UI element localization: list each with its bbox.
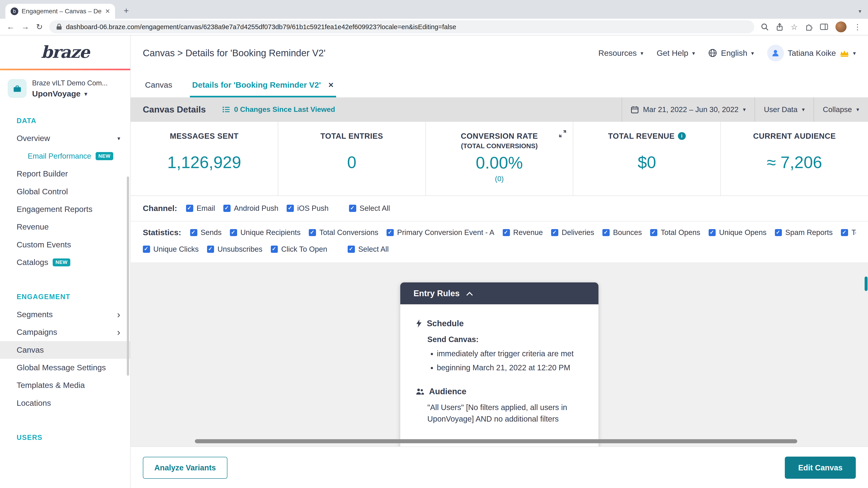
forward-icon[interactable]: →	[21, 22, 29, 31]
page-tabs: Canvas Details for 'Booking Reminder V2'…	[131, 71, 868, 97]
workspace-selector[interactable]: Braze vILT Demo Com... UponVoyage ▾	[0, 70, 130, 105]
sidebar-item-custom-events[interactable]: Custom Events	[0, 236, 130, 254]
bookmark-star-icon[interactable]: ☆	[791, 22, 798, 31]
stat-spam-reports-checkbox[interactable]: Spam Reports	[775, 228, 833, 237]
browser-tab[interactable]: b Engagement – Canvas – Detail... ✕	[5, 4, 115, 19]
sidebar-item-report-builder[interactable]: Report Builder	[0, 165, 130, 183]
resources-menu[interactable]: Resources ▾	[598, 48, 643, 58]
workspace-company: Braze vILT Demo Com...	[32, 79, 107, 87]
url-bar[interactable]: dashboard-06.braze.com/engagement/canvas…	[49, 20, 754, 34]
workspace-name[interactable]: UponVoyage ▾	[32, 89, 107, 98]
stat-total-opens-checkbox[interactable]: Total Opens	[650, 228, 700, 237]
sidebar-heading-data: DATA	[0, 112, 130, 130]
sidebar-item-campaigns[interactable]: Campaigns ›	[0, 324, 130, 341]
checkbox-checked-icon[interactable]	[230, 229, 237, 236]
get-help-menu[interactable]: Get Help ▾	[657, 48, 695, 58]
tab-details[interactable]: Details for 'Booking Reminder V2' ✕	[190, 80, 336, 97]
user-data-dropdown[interactable]: User Data ▾	[754, 97, 813, 122]
statistics-select-all-checkbox[interactable]: Select All	[348, 245, 389, 254]
sidebar-item-global-message-settings[interactable]: Global Message Settings	[0, 359, 130, 377]
checkbox-checked-icon[interactable]	[709, 229, 716, 236]
date-range-picker[interactable]: Mar 21, 2022 – Jun 30, 2022 ▾	[622, 97, 755, 122]
stat-unique-opens-checkbox[interactable]: Unique Opens	[709, 228, 767, 237]
channel-ios-push-checkbox[interactable]: iOS Push	[287, 204, 329, 213]
stat-primary-conversion-checkbox[interactable]: Primary Conversion Event - A	[386, 228, 494, 237]
entry-rules-card[interactable]: Entry Rules Schedule Send Canvas: immedi…	[400, 283, 598, 447]
sidebar-item-global-control[interactable]: Global Control	[0, 183, 130, 200]
back-icon[interactable]: ←	[6, 22, 15, 31]
changes-since-last-viewed[interactable]: 0 Changes Since Last Viewed	[222, 105, 335, 113]
checkbox-checked-icon[interactable]	[650, 229, 657, 236]
checkbox-checked-icon[interactable]	[186, 205, 193, 212]
sidebar-item-locations[interactable]: Locations	[0, 394, 130, 412]
stat-bounces-checkbox[interactable]: Bounces	[602, 228, 642, 237]
sidebar-item-canvas[interactable]: Canvas	[0, 341, 130, 359]
entry-rules-body: Schedule Send Canvas: immediately after …	[400, 304, 598, 425]
zoom-icon[interactable]	[761, 23, 769, 31]
details-bar-controls: Mar 21, 2022 – Jun 30, 2022 ▾ User Data …	[622, 97, 868, 122]
browser-menu-icon[interactable]: ⋮	[854, 22, 861, 31]
sidebar-item-templates-media[interactable]: Templates & Media	[0, 377, 130, 394]
checkbox-checked-icon[interactable]	[775, 229, 782, 236]
new-tab-button[interactable]: +	[120, 4, 133, 17]
sidebar-item-email-performance[interactable]: Email Performance NEW	[0, 147, 130, 165]
reload-icon[interactable]: ↻	[36, 22, 43, 32]
entry-rules-header[interactable]: Entry Rules	[400, 283, 598, 304]
collapse-dropdown[interactable]: Collapse ▾	[813, 97, 868, 122]
stat-revenue-checkbox[interactable]: Revenue	[503, 228, 543, 237]
stat-unique-clicks-checkbox[interactable]: Unique Clicks	[143, 245, 199, 254]
checkbox-checked-icon[interactable]	[207, 246, 214, 253]
checkbox-checked-icon[interactable]	[223, 205, 230, 212]
workspace-labels: Braze vILT Demo Com... UponVoyage ▾	[32, 79, 107, 98]
vertical-scrollbar[interactable]	[865, 276, 867, 291]
checkbox-checked-icon[interactable]	[143, 246, 150, 253]
checkbox-checked-icon[interactable]	[602, 229, 610, 236]
stat-total-clicks-checkbox[interactable]: Total Clicks	[841, 228, 856, 237]
sidebar-item-segments[interactable]: Segments ›	[0, 306, 130, 323]
side-panel-icon[interactable]	[820, 24, 828, 30]
share-icon[interactable]	[776, 23, 783, 31]
stat-unsubscribes-checkbox[interactable]: Unsubscribes	[207, 245, 262, 254]
horizontal-scrollbar[interactable]	[195, 439, 797, 443]
checkbox-checked-icon[interactable]	[386, 229, 394, 236]
edit-canvas-button[interactable]: Edit Canvas	[785, 457, 856, 479]
sidebar-item-engagement-reports[interactable]: Engagement Reports	[0, 200, 130, 218]
stat-unique-recipients-checkbox[interactable]: Unique Recipients	[230, 228, 301, 237]
checkbox-checked-icon[interactable]	[551, 229, 558, 236]
stat-total-conversions-checkbox[interactable]: Total Conversions	[309, 228, 378, 237]
language-menu[interactable]: English ▾	[708, 48, 754, 58]
info-icon[interactable]: i	[678, 132, 686, 140]
checkbox-checked-icon[interactable]	[309, 229, 316, 236]
sidebar-scrollbar[interactable]	[127, 176, 129, 376]
channel-android-push-checkbox[interactable]: Android Push	[223, 204, 278, 213]
checkbox-checked-icon[interactable]	[841, 229, 848, 236]
expand-icon[interactable]	[559, 129, 566, 139]
analyze-variants-button[interactable]: Analyze Variants	[143, 457, 227, 479]
checkbox-checked-icon[interactable]	[348, 246, 355, 253]
tab-close-icon[interactable]: ✕	[328, 81, 334, 89]
sidebar-item-catalogs[interactable]: Catalogs NEW	[0, 254, 130, 271]
channel-select-all-checkbox[interactable]: Select All	[349, 204, 390, 213]
checkbox-checked-icon[interactable]	[503, 229, 510, 236]
sidebar-item-overview[interactable]: Overview ▾	[0, 130, 130, 147]
canvas-workspace[interactable]: Entry Rules Schedule Send Canvas: immedi…	[131, 262, 868, 447]
checkbox-checked-icon[interactable]	[287, 205, 294, 212]
tab-canvas[interactable]: Canvas	[143, 80, 175, 97]
browser-profile-avatar[interactable]	[835, 22, 846, 33]
stat-deliveries-checkbox[interactable]: Deliveries	[551, 228, 594, 237]
stat-sends-checkbox[interactable]: Sends	[190, 228, 222, 237]
tab-list-chevron-icon[interactable]: ▾	[859, 8, 861, 14]
sidebar-item-revenue[interactable]: Revenue	[0, 218, 130, 236]
extensions-puzzle-icon[interactable]	[805, 23, 813, 31]
user-menu[interactable]: Tatiana Koike ▾	[767, 45, 856, 61]
stat-click-to-open-checkbox[interactable]: Click To Open	[271, 245, 327, 254]
logo-block[interactable]: braze	[0, 35, 130, 69]
browser-tab-strip: b Engagement – Canvas – Detail... ✕ + ▾	[0, 0, 868, 19]
braze-logo[interactable]: braze	[41, 42, 89, 62]
tab-close-icon[interactable]: ✕	[105, 8, 110, 15]
checkbox-checked-icon[interactable]	[349, 205, 356, 212]
checkbox-checked-icon[interactable]	[190, 229, 197, 236]
browser-address-bar: ← → ↻ dashboard-06.braze.com/engagement/…	[0, 19, 868, 35]
checkbox-checked-icon[interactable]	[271, 246, 278, 253]
channel-email-checkbox[interactable]: Email	[186, 204, 215, 213]
